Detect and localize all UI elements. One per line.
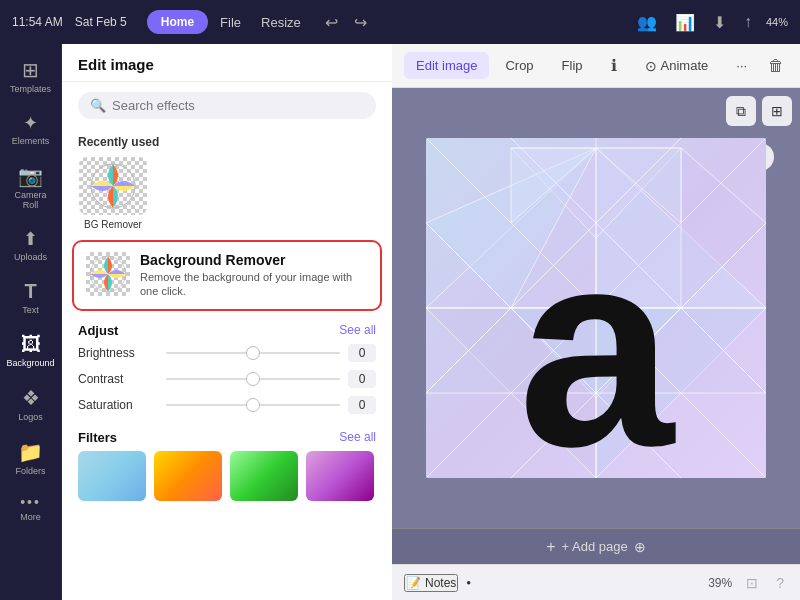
filter-thumb-1[interactable] bbox=[78, 451, 146, 501]
saturation-value: 0 bbox=[348, 396, 376, 414]
contrast-slider[interactable] bbox=[166, 378, 340, 380]
brightness-track bbox=[166, 352, 340, 354]
filter-thumb-3[interactable] bbox=[230, 451, 298, 501]
help-button[interactable]: ? bbox=[772, 573, 788, 593]
top-bar-right: 👥 📊 ⬇ ↑ 44% bbox=[633, 11, 788, 34]
bg-card-ball-icon bbox=[88, 254, 128, 294]
bg-remover-thumb-label: BG Remover bbox=[84, 219, 142, 230]
undo-button[interactable]: ↩ bbox=[321, 11, 342, 34]
contrast-value: 0 bbox=[348, 370, 376, 388]
bg-remover-card[interactable]: Background Remover Remove the background… bbox=[72, 240, 382, 311]
date-display: Sat Feb 5 bbox=[75, 15, 127, 29]
beach-ball-icon bbox=[88, 161, 138, 211]
adjust-header: Adjust See all bbox=[78, 323, 376, 338]
contrast-thumb[interactable] bbox=[246, 372, 260, 386]
uploads-icon: ⬆ bbox=[23, 228, 38, 250]
add-page-cursor-icon: ⊕ bbox=[634, 539, 646, 555]
camera-icon: 📷 bbox=[18, 164, 43, 188]
search-input[interactable] bbox=[112, 98, 364, 113]
download-button[interactable]: ⬇ bbox=[709, 11, 730, 34]
contrast-row: Contrast 0 bbox=[78, 370, 376, 388]
image-container: a bbox=[426, 138, 766, 478]
chart-icon-button[interactable]: 📊 bbox=[671, 11, 699, 34]
folders-label: Folders bbox=[15, 466, 45, 476]
canvas-body: ⧉ ⊞ ↻ bbox=[392, 88, 800, 528]
saturation-thumb[interactable] bbox=[246, 398, 260, 412]
add-page-icon: + bbox=[546, 538, 555, 556]
text-label: Text bbox=[22, 305, 39, 315]
canvas-area: Edit image Crop Flip ℹ ⊙ Animate ··· 🗑 ⧉… bbox=[392, 44, 800, 600]
animate-label: Animate bbox=[661, 58, 709, 73]
canvas-image[interactable]: a bbox=[426, 138, 766, 478]
filter-thumb-2[interactable] bbox=[154, 451, 222, 501]
templates-label: Templates bbox=[10, 84, 51, 94]
add-page-label: + Add page bbox=[562, 539, 628, 554]
crop-tab[interactable]: Crop bbox=[493, 52, 545, 79]
file-button[interactable]: File bbox=[212, 10, 249, 35]
resize-button[interactable]: Resize bbox=[253, 10, 309, 35]
info-tab[interactable]: ℹ bbox=[599, 50, 629, 81]
saturation-slider[interactable] bbox=[166, 404, 340, 406]
more-icon: ••• bbox=[20, 494, 41, 510]
home-button[interactable]: Home bbox=[147, 10, 208, 34]
animate-tab[interactable]: ⊙ Animate bbox=[633, 52, 721, 80]
brightness-label: Brightness bbox=[78, 346, 158, 360]
zoom-level: 39% bbox=[708, 576, 732, 590]
sidebar-item-templates[interactable]: ⊞ Templates bbox=[3, 52, 59, 100]
bg-remover-thumb-image bbox=[79, 157, 147, 215]
search-bar[interactable]: 🔍 bbox=[78, 92, 376, 119]
more-options-tab[interactable]: ··· bbox=[724, 52, 759, 79]
notes-label: Notes bbox=[425, 576, 456, 590]
bg-card-description: Remove the background of your image with… bbox=[140, 270, 368, 299]
bottom-bar: 📝 Notes ● 39% ⊡ ? bbox=[392, 564, 800, 600]
sidebar-item-folders[interactable]: 📁 Folders bbox=[3, 434, 59, 482]
brightness-thumb[interactable] bbox=[246, 346, 260, 360]
sidebar-item-logos[interactable]: ❖ Logos bbox=[3, 380, 59, 428]
sidebar-item-text[interactable]: T Text bbox=[3, 274, 59, 321]
brightness-row: Brightness 0 bbox=[78, 344, 376, 362]
filters-title: Filters bbox=[78, 430, 117, 445]
battery-display: 44% bbox=[766, 16, 788, 28]
brightness-slider[interactable] bbox=[166, 352, 340, 354]
recently-used-section: BG Remover bbox=[62, 153, 392, 238]
adjust-title: Adjust bbox=[78, 323, 118, 338]
bg-remover-thumb[interactable]: BG Remover bbox=[78, 157, 148, 230]
edit-panel: Edit image 🔍 Recently used BG R bbox=[62, 44, 392, 600]
canvas-toolbar: Edit image Crop Flip ℹ ⊙ Animate ··· 🗑 bbox=[392, 44, 800, 88]
filters-section: Filters See all bbox=[62, 426, 392, 501]
more-label: More bbox=[20, 512, 41, 522]
expand-button[interactable]: ⊞ bbox=[762, 96, 792, 126]
canvas-top-actions: ⧉ ⊞ bbox=[726, 96, 792, 126]
filter-thumbnails bbox=[78, 451, 376, 501]
share-button[interactable]: ↑ bbox=[740, 11, 756, 33]
brightness-value: 0 bbox=[348, 344, 376, 362]
recently-used-title: Recently used bbox=[62, 129, 392, 153]
search-icon: 🔍 bbox=[90, 98, 106, 113]
sidebar-item-camera[interactable]: 📷 Camera Roll bbox=[3, 158, 59, 216]
sidebar-item-more[interactable]: ••• More bbox=[3, 488, 59, 528]
logos-icon: ❖ bbox=[22, 386, 40, 410]
letter-a-background: a bbox=[426, 138, 766, 478]
flip-tab[interactable]: Flip bbox=[550, 52, 595, 79]
delete-button[interactable]: 🗑 bbox=[764, 55, 788, 77]
filters-see-all[interactable]: See all bbox=[339, 430, 376, 444]
panel-header: Edit image bbox=[62, 44, 392, 82]
redo-button[interactable]: ↪ bbox=[350, 11, 371, 34]
edit-image-tab[interactable]: Edit image bbox=[404, 52, 489, 79]
bottom-right: 39% ⊡ ? bbox=[708, 573, 788, 593]
saturation-track bbox=[166, 404, 340, 406]
sidebar-item-background[interactable]: 🖼 Background bbox=[3, 327, 59, 374]
fit-screen-button[interactable]: ⊡ bbox=[742, 573, 762, 593]
sidebar-item-uploads[interactable]: ⬆ Uploads bbox=[3, 222, 59, 268]
people-icon-button[interactable]: 👥 bbox=[633, 11, 661, 34]
copy-button[interactable]: ⧉ bbox=[726, 96, 756, 126]
adjust-section: Adjust See all Brightness 0 Contrast bbox=[62, 319, 392, 426]
add-page-bar[interactable]: + + Add page ⊕ bbox=[392, 528, 800, 564]
filter-thumb-4[interactable] bbox=[306, 451, 374, 501]
sidebar-item-elements[interactable]: ✦ Elements bbox=[3, 106, 59, 152]
adjust-see-all[interactable]: See all bbox=[339, 323, 376, 337]
camera-label: Camera Roll bbox=[11, 190, 51, 210]
notes-button[interactable]: 📝 Notes bbox=[404, 574, 458, 592]
toolbar-right: 🗑 bbox=[764, 55, 788, 77]
canvas-letter-a: a bbox=[518, 208, 674, 478]
